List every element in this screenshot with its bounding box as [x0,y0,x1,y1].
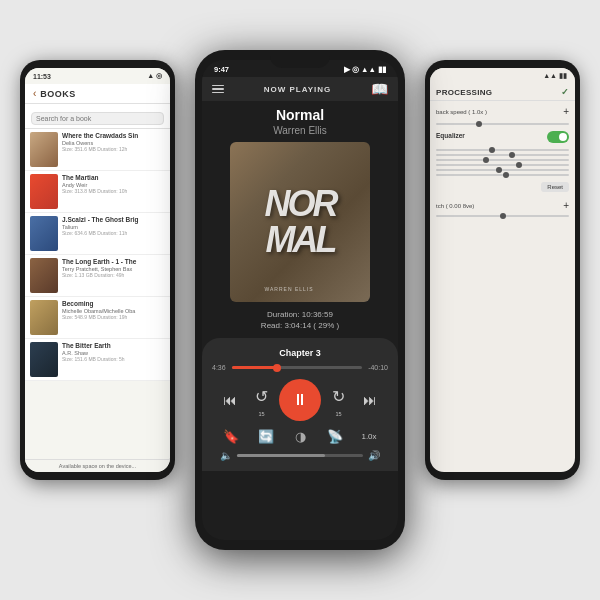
book-author-2: Andy Weir [62,182,165,189]
eq-slider-4[interactable] [436,164,569,166]
progress-bar[interactable] [232,366,363,369]
speed-label[interactable]: 1.0x [358,432,380,441]
eq-slider-6[interactable] [436,174,569,176]
time-remaining: -40:10 [368,364,388,371]
now-playing-label: NOW PLAYING [264,85,332,94]
eq-slider-5[interactable] [436,169,569,171]
search-input[interactable] [31,112,164,125]
pitch-slider-thumb [500,213,506,219]
volume-row: 🔈 🔊 [212,446,388,463]
progress-thumb [273,364,281,372]
time-elapsed: 4:36 [212,364,226,371]
notch [270,50,330,68]
fast-forward-button[interactable]: ⏭ [356,386,384,414]
book-cover-3 [30,216,58,251]
library-icon[interactable]: 📖 [371,81,388,97]
speed-slider-row [436,123,569,125]
eq-slider-4-thumb [516,162,522,168]
pitch-row: tch ( 0.00 8ve) + [436,200,569,211]
menu-icon[interactable] [212,85,224,94]
book-info-3: J.Scalzi - The Ghost Brig Talium Size: 6… [62,216,165,237]
eq-toggle[interactable] [547,131,569,143]
duration-info: Duration: 10:36:59 [202,310,398,319]
controls-row: ⏮ ↺ 15 ⏸ ↻ 15 [212,375,388,425]
progress-fill [232,366,278,369]
eq-slider-3[interactable] [436,159,569,161]
book-cover-1 [30,132,58,167]
book-cover-2 [30,174,58,209]
speed-slider[interactable] [436,123,569,125]
book-meta-6: Size: 151.6 MB Duration: 5h [62,356,165,363]
list-item[interactable]: The Martian Andy Weir Size: 313.8 MB Dur… [25,171,170,213]
eq-slider-6-thumb [503,172,509,178]
speed-slider-thumb [476,121,482,127]
left-status-bar: 11:53 ▲ ◎ [25,68,170,84]
book-author-1: Delia Owens [62,140,165,147]
bookmark-icon[interactable]: 🔖 [220,429,242,444]
book-title-2: The Martian [62,174,165,182]
processing-content: back speed ( 1.0x ) + Equalizer [430,101,575,225]
chapter-label: Chapter 3 [212,348,388,358]
book-title-1: Where the Crawdads Sin [62,132,165,140]
book-title-4: The Long Earth - 1 - The [62,258,165,266]
list-item[interactable]: The Long Earth - 1 - The Terry Pratchett… [25,255,170,297]
list-item[interactable]: The Bitter Earth A.R. Shaw Size: 151.6 M… [25,339,170,381]
right-status-bar: ▲▲ ▮▮ [430,68,575,84]
play-pause-button[interactable]: ⏸ [279,379,321,421]
eq-slider-5-thumb [496,167,502,173]
list-item[interactable]: J.Scalzi - The Ghost Brig Talium Size: 6… [25,213,170,255]
speed-row: back speed ( 1.0x ) + [436,106,569,117]
skip-forward-label: 15 [335,412,341,418]
scene: 11:53 ▲ ◎ ‹ BOOKS Where the Crawdads Sin… [10,10,590,590]
reset-button[interactable]: Reset [541,182,569,192]
eq-sliders [436,149,569,176]
speed-plus[interactable]: + [563,106,569,117]
eq-slider-1[interactable] [436,149,569,151]
book-info-1: Where the Crawdads Sin Delia Owens Size:… [62,132,165,153]
skip-back-label: 15 [258,412,264,418]
book-title-5: Becoming [62,300,165,308]
pitch-plus[interactable]: + [563,200,569,211]
eq-slider-2-thumb [509,152,515,158]
left-status-icons: ▲ ◎ [147,72,162,80]
book-info-4: The Long Earth - 1 - The Terry Pratchett… [62,258,165,279]
center-book-title: Normal [202,101,398,125]
album-art-subtitle: WARREN ELLIS [265,286,314,292]
list-item[interactable]: Where the Crawdads Sin Delia Owens Size:… [25,129,170,171]
eq-slider-2[interactable] [436,154,569,156]
skip-back-button[interactable]: ↺ [248,383,276,411]
pitch-slider[interactable] [436,215,569,217]
action-row: 🔖 🔄 ◑ 📡 1.0x [212,427,388,446]
check-icon[interactable]: ✓ [561,87,569,97]
speed-label: back speed ( 1.0x ) [436,109,487,115]
book-cover-4 [30,258,58,293]
book-list: Where the Crawdads Sin Delia Owens Size:… [25,129,170,381]
book-info-5: Becoming Michelle Obama/Michelle Oba Siz… [62,300,165,321]
right-phone-screen: ▲▲ ▮▮ PROCESSING ✓ back speed ( 1.0x ) +… [430,68,575,472]
brightness-icon[interactable]: ◑ [289,429,311,444]
pitch-slider-row [436,215,569,217]
books-title: BOOKS [40,89,76,99]
book-author-4: Terry Pratchett, Stephen Bax [62,266,165,273]
rewind-button[interactable]: ⏮ [216,386,244,414]
center-book-author: Warren Ellis [202,125,398,142]
book-title-6: The Bitter Earth [62,342,165,350]
skip-forward-button[interactable]: ↻ [325,383,353,411]
left-time: 11:53 [33,73,51,80]
volume-bar[interactable] [237,454,363,457]
search-bar [25,104,170,129]
right-phone: ▲▲ ▮▮ PROCESSING ✓ back speed ( 1.0x ) +… [425,60,580,480]
book-info-6: The Bitter Earth A.R. Shaw Size: 151.6 M… [62,342,165,363]
eq-slider-3-thumb [483,157,489,163]
airplay-icon[interactable]: 📡 [324,429,346,444]
list-item[interactable]: Becoming Michelle Obama/Michelle Oba Siz… [25,297,170,339]
skip-fwd-wrapper: ↻ 15 [325,383,353,418]
center-time: 9:47 [214,65,229,74]
back-arrow-icon[interactable]: ‹ [33,88,36,99]
album-art-text: NORMAL [265,186,336,258]
left-phone: 11:53 ▲ ◎ ‹ BOOKS Where the Crawdads Sin… [20,60,175,480]
loop-icon[interactable]: 🔄 [255,429,277,444]
center-screen: 9:47 ▶ ◎ ▲▲ ▮▮ NOW PLAYING 📖 Normal Warr… [202,60,398,540]
center-status-icons: ▶ ◎ ▲▲ ▮▮ [344,65,386,74]
processing-title: PROCESSING [436,88,492,97]
